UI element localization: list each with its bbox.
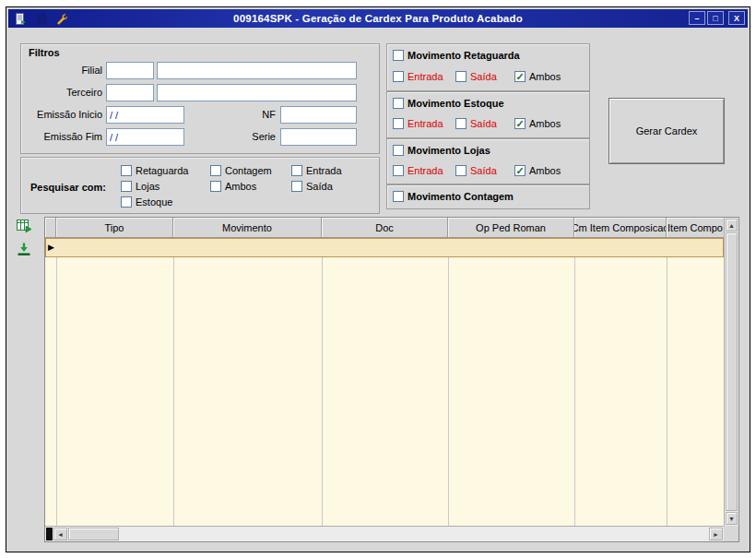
checkbox-box[interactable] xyxy=(210,181,221,192)
data-grid: Tipo Movimento Doc Op Ped Roman Cm Item … xyxy=(44,217,739,542)
titlebar-icons xyxy=(14,12,68,25)
grid-column-line xyxy=(448,238,449,526)
vertical-scrollbar[interactable]: ▲ ▼ xyxy=(724,218,738,526)
retaguarda-entrada-checkbox[interactable]: Entrada xyxy=(393,70,443,83)
checkbox-box[interactable] xyxy=(393,118,404,129)
movimento-estoque-checkbox[interactable]: Movimento Estoque xyxy=(393,97,504,110)
minimize-button[interactable]: – xyxy=(689,11,705,25)
grid-column-line xyxy=(574,238,575,526)
checkbox-box[interactable] xyxy=(455,165,467,176)
app-window: 009164SPK - Geração de Cardex Para Produ… xyxy=(6,6,750,552)
checkbox-box[interactable] xyxy=(393,145,404,156)
vertical-scroll-thumb[interactable] xyxy=(726,232,738,511)
checkbox-box[interactable] xyxy=(393,50,404,61)
filial-label: Filial xyxy=(21,62,102,79)
row-selector-header xyxy=(45,218,56,238)
column-header-op-ped-roman[interactable]: Op Ped Roman xyxy=(448,218,574,238)
estoque-ambos-checkbox[interactable]: ✓ Ambos xyxy=(514,117,561,130)
lojas-ambos-checkbox[interactable]: ✓ Ambos xyxy=(514,164,561,177)
terceiro-label: Terceiro xyxy=(21,84,102,101)
retaguarda-saida-checkbox[interactable]: Saída xyxy=(455,70,497,83)
grid-column-line xyxy=(56,238,57,526)
checkbox-box[interactable]: ✓ xyxy=(514,118,526,129)
maximize-button[interactable]: □ xyxy=(707,11,724,25)
checkbox-estoque[interactable]: Estoque xyxy=(121,196,172,208)
checkbox-box[interactable] xyxy=(121,165,132,176)
checkbox-ambos[interactable]: Ambos xyxy=(210,180,256,193)
wrench-icon[interactable] xyxy=(54,12,68,25)
row-marker-icon: ▶ xyxy=(48,242,54,253)
filtros-caption: Filtros xyxy=(29,47,60,58)
horizontal-scroll-thumb[interactable] xyxy=(68,528,119,540)
checkbox-retaguarda[interactable]: Retaguarda xyxy=(121,164,189,177)
estoque-saida-checkbox[interactable]: Saída xyxy=(455,117,497,130)
scroll-up-button[interactable]: ▲ xyxy=(726,219,738,232)
screen: 009164SPK - Geração de Cardex Para Produ… xyxy=(0,0,756,558)
checkbox-box[interactable] xyxy=(291,181,302,192)
checkbox-saida[interactable]: Saída xyxy=(291,180,333,193)
checkbox-box[interactable] xyxy=(121,196,132,208)
lojas-saida-checkbox[interactable]: Saída xyxy=(455,164,497,177)
table-row[interactable]: ▶ xyxy=(45,238,724,257)
checkbox-box[interactable] xyxy=(393,98,404,109)
grid-column-line xyxy=(173,238,174,526)
grid-column-line xyxy=(667,238,667,526)
emissao-fim-input[interactable] xyxy=(106,128,184,146)
horizontal-scrollbar[interactable]: ◄ ► xyxy=(45,526,724,541)
movimento-retaguarda-group: Movimento Retaguarda Entrada Saída ✓ Amb… xyxy=(386,43,590,91)
terceiro-desc-input[interactable] xyxy=(157,84,357,101)
checkbox-box[interactable] xyxy=(393,165,404,176)
emissao-inicio-input[interactable] xyxy=(106,106,184,124)
grid-header: Tipo Movimento Doc Op Ped Roman Cm Item … xyxy=(45,218,724,238)
checkbox-box[interactable] xyxy=(393,191,404,202)
form-icon[interactable] xyxy=(14,12,28,25)
column-header-doc[interactable]: Doc xyxy=(322,218,448,238)
column-header-cm-item-composicao[interactable]: Cm Item Composicao xyxy=(574,218,667,238)
terceiro-code-input[interactable] xyxy=(106,84,154,101)
grid-column-line xyxy=(322,238,323,526)
cell-item-compo xyxy=(667,239,723,256)
movimento-lojas-checkbox[interactable]: Movimento Lojas xyxy=(393,144,490,157)
checkbox-box[interactable]: ✓ xyxy=(514,165,526,176)
nf-label: NF xyxy=(202,106,276,124)
cell-cm-item-composicao xyxy=(575,239,667,256)
filial-desc-input[interactable] xyxy=(157,62,357,79)
cell-op-ped-roman xyxy=(449,239,575,256)
movimento-retaguarda-checkbox[interactable]: Movimento Retaguarda xyxy=(393,49,520,62)
emissao-inicio-label: Emissão Inicio xyxy=(21,106,102,124)
serie-input[interactable] xyxy=(280,128,357,146)
content-area: Filtros Filial Terceiro Emissão Inicio N… xyxy=(9,30,747,549)
checkbox-lojas[interactable]: Lojas xyxy=(121,180,159,193)
column-header-movimento[interactable]: Movimento xyxy=(173,218,322,238)
gerar-cardex-button[interactable]: Gerar Cardex xyxy=(608,98,725,164)
scroll-left-button[interactable]: ◄ xyxy=(53,528,67,540)
pesquisar-group: Pesquisar com: Retaguarda Contagem Entra… xyxy=(20,157,380,214)
movimento-contagem-checkbox[interactable]: Movimento Contagem xyxy=(393,190,514,203)
estoque-entrada-checkbox[interactable]: Entrada xyxy=(393,117,443,130)
grid-body[interactable]: ▶ xyxy=(45,238,724,526)
movimento-lojas-group: Movimento Lojas Entrada Saída ✓ Ambos xyxy=(386,138,590,184)
column-header-tipo[interactable]: Tipo xyxy=(56,218,173,238)
scroll-right-button[interactable]: ► xyxy=(709,528,723,540)
checkbox-box[interactable] xyxy=(455,71,467,82)
checkbox-contagem[interactable]: Contagem xyxy=(210,164,272,177)
grid-export-icon[interactable] xyxy=(16,218,32,234)
checkbox-box[interactable] xyxy=(121,181,132,192)
checkbox-box[interactable] xyxy=(291,165,302,176)
scroll-down-button[interactable]: ▼ xyxy=(726,512,738,525)
checkbox-box[interactable] xyxy=(210,165,221,176)
nf-input[interactable] xyxy=(280,106,357,124)
filial-code-input[interactable] xyxy=(106,62,154,79)
checkbox-box[interactable]: ✓ xyxy=(514,71,526,82)
app-icon[interactable] xyxy=(34,12,48,25)
column-header-item-compo[interactable]: Item Compo xyxy=(667,218,724,238)
lojas-entrada-checkbox[interactable]: Entrada xyxy=(393,164,443,177)
row-append-icon[interactable] xyxy=(16,242,32,258)
checkbox-entrada[interactable]: Entrada xyxy=(291,164,342,177)
movimento-contagem-group: Movimento Contagem xyxy=(386,184,590,209)
close-button[interactable]: X xyxy=(728,11,745,25)
retaguarda-ambos-checkbox[interactable]: ✓ Ambos xyxy=(514,70,561,83)
checkbox-box[interactable] xyxy=(455,118,467,129)
checkbox-box[interactable] xyxy=(393,71,404,82)
emissao-fim-label: Emissão Fim xyxy=(21,128,102,146)
